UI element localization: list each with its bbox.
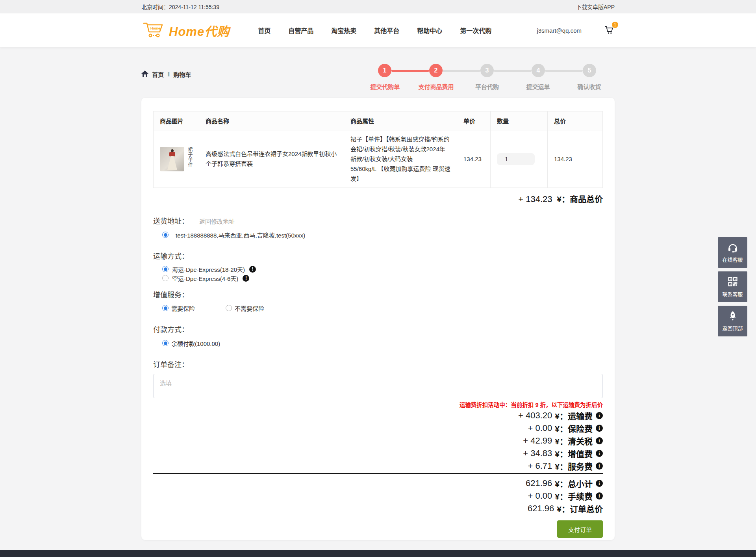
fee-service: + 6.71 ¥：服务费 <box>153 460 603 472</box>
quantity-input[interactable]: 1 <box>497 153 535 165</box>
brand-logo[interactable]: Home Home代购 <box>141 20 230 41</box>
fee-customs: + 42.99 ¥：清关税 <box>153 435 603 446</box>
total-handling-fee: + 0.00 ¥：手续费 <box>153 490 603 501</box>
nav-other-platforms[interactable]: 其他平台 <box>374 26 399 35</box>
shipping-air-info-icon[interactable] <box>243 275 249 282</box>
account-email[interactable]: j3smart@qq.com <box>537 27 582 34</box>
line-total: 134.23 <box>548 130 603 188</box>
nav-help-center[interactable]: 帮助中心 <box>417 26 442 35</box>
insurance-yes-label: 需要保险 <box>171 304 195 312</box>
product-total-label: ¥：商品总价 <box>557 195 603 204</box>
cart-count-badge: 1 <box>612 22 618 28</box>
cart-item-row: 裙子单件 高级感法式白色吊带连衣裙子女2024新款早初秋小个子韩系穿搭套装 裙子… <box>154 130 603 188</box>
fee-shipping-info-icon[interactable] <box>596 412 603 419</box>
remark-section-title: 订单备注： <box>153 360 603 369</box>
step-circle-4: 4 <box>532 64 545 77</box>
fee-insurance-info-icon[interactable] <box>596 425 603 432</box>
breadcrumb-separator: ‖ <box>167 71 170 78</box>
col-header-total: 总价 <box>548 111 603 130</box>
pay-order-button[interactable]: 支付订单 <box>557 520 603 538</box>
insurance-no-radio-icon[interactable] <box>226 305 232 311</box>
product-image[interactable] <box>160 147 184 171</box>
step-circle-2: 2 <box>429 64 443 77</box>
home-icon <box>141 71 148 78</box>
payment-balance-option[interactable]: 余额付款(1000.00) <box>153 339 603 347</box>
fee-breakdown: + 403.20 ¥：运输费 + 0.00 ¥：保险费 + 42.99 ¥：清关… <box>153 410 603 472</box>
shipping-sea-radio-icon[interactable] <box>162 266 169 272</box>
fee-service-info-icon[interactable] <box>596 462 603 470</box>
step-connector-1 <box>391 70 429 72</box>
product-total-line: + 134.23 ¥：商品总价 <box>153 194 603 204</box>
step-connector-2 <box>443 70 480 72</box>
order-card: 商品图片 商品名称 商品属性 单价 数量 总价 裙子单件 高级感法式白色吊带连衣… <box>141 98 615 540</box>
online-service-button[interactable]: 在线客服 <box>718 237 747 268</box>
step-circle-1: 1 <box>378 64 391 77</box>
product-name: 高级感法式白色吊带连衣裙子女2024新款早初秋小个子韩系穿搭套装 <box>199 130 344 188</box>
cart-icon <box>604 29 614 36</box>
shipping-air-label: 空运-Dpe-Express(4-6天) <box>172 274 238 282</box>
shipping-option-air[interactable]: 空运-Dpe-Express(4-6天) <box>162 274 603 282</box>
order-remark-input[interactable] <box>153 374 603 398</box>
site-header: Home Home代购 首页 自营产品 淘宝热卖 其他平台 帮助中心 第一次代购… <box>0 13 756 47</box>
cart-logo-icon: Home <box>141 20 166 41</box>
breadcrumb: 首页 ‖ 购物车 <box>141 64 191 78</box>
checkout-stepper: 1 2 3 4 5 提交代购单 支付商品费用 平台代购 提交运单 确认收货 <box>359 64 615 91</box>
step-label-pay-goods: 支付商品费用 <box>411 82 462 91</box>
col-header-name: 商品名称 <box>199 111 344 130</box>
contact-service-label: 联系客服 <box>722 290 743 298</box>
fee-insurance: + 0.00 ¥：保险费 <box>153 423 603 434</box>
beijing-time: 北京时间：2024-11-12 11:55:39 <box>141 3 219 11</box>
step-label-confirm-receipt: 确认收货 <box>563 82 615 91</box>
shipping-air-radio-icon[interactable] <box>162 275 169 281</box>
back-to-top-button[interactable]: 返回顶部 <box>718 306 747 336</box>
insurance-no-option[interactable]: 不需要保险 <box>226 304 264 312</box>
col-header-unit-price: 单价 <box>457 111 491 130</box>
vas-section-title: 增值服务： <box>153 291 603 299</box>
qrcode-icon <box>727 276 738 288</box>
address-radio-icon[interactable] <box>162 232 169 238</box>
col-header-attrs: 商品属性 <box>344 111 457 130</box>
step-connector-4 <box>545 70 583 72</box>
shipping-section-title: 运输方式： <box>153 252 603 261</box>
nav-home[interactable]: 首页 <box>258 26 271 35</box>
edit-address-link[interactable]: 返回修改地址 <box>199 218 235 225</box>
top-utility-bar: 北京时间：2024-11-12 11:55:39 下载安卓版APP <box>0 0 756 13</box>
product-sku-vertical: 裙子单件 <box>187 147 193 171</box>
cart-button[interactable]: 1 <box>604 25 615 35</box>
nav-first-purchase[interactable]: 第一次代购 <box>460 26 491 35</box>
step-label-submit-order: 提交代购单 <box>359 82 411 91</box>
insurance-yes-option[interactable]: 需要保险 <box>162 304 195 312</box>
footer-bar <box>0 550 756 557</box>
col-header-qty: 数量 <box>491 111 548 130</box>
col-header-image: 商品图片 <box>154 111 199 130</box>
handling-fee-info-icon[interactable] <box>596 492 603 499</box>
breadcrumb-current: 购物车 <box>173 70 191 78</box>
unit-price: 134.23 <box>457 130 491 188</box>
breadcrumb-home[interactable]: 首页 <box>152 70 164 78</box>
payment-section-title: 付款方式： <box>153 325 603 334</box>
payment-balance-radio-icon[interactable] <box>162 340 169 346</box>
brand-name: Home代购 <box>169 22 230 39</box>
nav-taobao-hot[interactable]: 淘宝热卖 <box>331 26 356 35</box>
back-to-top-label: 返回顶部 <box>722 324 743 332</box>
fee-vat: + 34.83 ¥：增值费 <box>153 448 603 459</box>
shipping-option-sea[interactable]: 海运-Dpe-Express(18-20天) <box>162 265 603 273</box>
insurance-yes-radio-icon[interactable] <box>162 305 169 311</box>
shipping-sea-info-icon[interactable] <box>249 266 256 273</box>
fee-vat-info-icon[interactable] <box>596 450 603 457</box>
nav-self-products[interactable]: 自营产品 <box>288 26 313 35</box>
step-connector-3 <box>494 70 532 72</box>
cart-items-table: 商品图片 商品名称 商品属性 单价 数量 总价 裙子单件 高级感法式白色吊带连衣… <box>153 111 603 188</box>
rocket-icon <box>728 311 738 322</box>
download-app-link[interactable]: 下载安卓版APP <box>576 3 615 11</box>
step-circle-3: 3 <box>480 64 494 77</box>
subtotal-info-icon[interactable] <box>596 480 603 487</box>
product-attrs-line2: 55/60kg/L 【收藏加购享运费险 现货速发】 <box>350 164 450 184</box>
address-option[interactable]: test-188888888,马来西亚,西马,吉隆坡,test(50xxx) <box>153 231 603 239</box>
headset-icon <box>727 242 739 254</box>
totals-divider <box>153 473 603 474</box>
contact-service-button[interactable]: 联系客服 <box>718 271 747 302</box>
fee-shipping: + 403.20 ¥：运输费 <box>153 410 603 421</box>
step-circle-5: 5 <box>583 64 596 77</box>
fee-customs-info-icon[interactable] <box>596 437 603 444</box>
